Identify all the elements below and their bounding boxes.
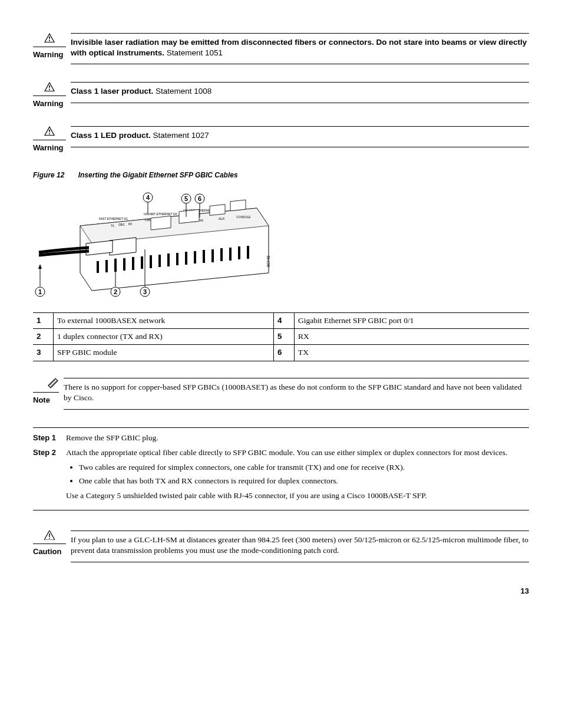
svg-marker-42 <box>110 238 136 255</box>
svg-point-73 <box>49 538 50 539</box>
warning-icon <box>33 126 66 140</box>
svg-text:CONSOLE: CONSOLE <box>236 215 251 219</box>
callout-desc: 1 duplex connector (TX and RX) <box>54 329 274 345</box>
table-row: 2 1 duplex connector (TX and RX) 5 RX <box>33 329 529 345</box>
svg-point-2 <box>49 40 50 41</box>
svg-text:3: 3 <box>143 288 147 295</box>
note-text: There is no support for copper-based SFP… <box>64 378 529 409</box>
svg-marker-49 <box>38 264 42 269</box>
svg-point-5 <box>49 89 50 90</box>
warning-bold-text: Class 1 LED product. <box>71 131 151 140</box>
figure-label: Figure 12 <box>33 171 64 179</box>
warning-label: Warning <box>33 50 66 60</box>
step-row: Step 1 Remove the SFP GBIC plug. <box>33 433 529 444</box>
warning-statement: Statement 1008 <box>153 87 211 95</box>
step-text: Remove the SFP GBIC plug. <box>66 433 529 444</box>
callout-number: 6 <box>274 345 295 361</box>
callout-number: 1 <box>33 313 54 329</box>
warning-statement: Statement 1051 <box>164 48 223 57</box>
svg-text:AUX: AUX <box>219 217 225 220</box>
caution-icon <box>33 531 66 545</box>
warning-body: Class 1 LED product. Statement 1027 <box>71 126 529 147</box>
figure-diagram: FAST ETHERNET 0/1 GIGABIT ETHERNET 0/0 G… <box>33 185 529 305</box>
note-label-column: Note <box>33 378 59 406</box>
warning-icon <box>33 82 66 96</box>
callout-desc: To external 1000BASEX network <box>54 313 274 329</box>
svg-text:2: 2 <box>114 288 117 295</box>
step-after: Use a Category 5 unshielded twisted pair… <box>66 490 529 502</box>
warning-label-column: Warning <box>33 126 66 153</box>
callout-number: 3 <box>33 345 54 361</box>
svg-text:RX: RX <box>200 219 203 222</box>
svg-point-8 <box>49 133 50 134</box>
svg-text:1: 1 <box>38 288 42 295</box>
note-icon <box>33 378 59 393</box>
svg-text:TX: TX <box>111 225 114 228</box>
svg-rect-44 <box>151 216 171 230</box>
warning-label-column: Warning <box>33 33 66 60</box>
svg-text:80749: 80749 <box>266 256 270 268</box>
svg-text:RX: RX <box>128 223 132 226</box>
caution-label-column: Caution <box>33 531 66 557</box>
svg-rect-47 <box>230 200 246 212</box>
svg-text:6: 6 <box>198 195 201 202</box>
svg-marker-43 <box>86 241 113 255</box>
list-item: Two cables are required for simplex conn… <box>79 462 529 473</box>
page-number: 13 <box>33 586 529 597</box>
caution-block: Caution If you plan to use a GLC-LH-SM a… <box>33 531 529 562</box>
svg-text:FAST ETHERNET 0/1: FAST ETHERNET 0/1 <box>99 217 128 220</box>
step-intro: Attach the appropriate optical fiber cab… <box>66 447 529 459</box>
warning-icon <box>33 33 66 47</box>
callout-desc: TX <box>295 345 529 361</box>
figure-title: Inserting the Gigabit Ethernet SFP GBIC … <box>78 171 238 179</box>
warning-body: Class 1 laser product. Statement 1008 <box>71 82 529 103</box>
warning-block: Warning Class 1 laser product. Statement… <box>33 82 529 108</box>
caution-label: Caution <box>33 546 66 557</box>
figure-caption: Figure 12 Inserting the Gigabit Ethernet… <box>33 170 529 180</box>
callout-number: 5 <box>274 329 295 345</box>
warning-body: Invisible laser radiation may be emitted… <box>71 33 529 64</box>
caution-body: If you plan to use a GLC-LH-SM at distan… <box>71 531 529 562</box>
callout-desc: Gigabit Ethernet SFP GBIC port 0/1 <box>295 313 529 329</box>
svg-text:GBIC: GBIC <box>118 223 125 226</box>
warning-bold-text: Class 1 laser product. <box>71 87 153 95</box>
svg-rect-45 <box>179 210 199 224</box>
step-bullet-list: Two cables are required for simplex conn… <box>66 462 529 487</box>
svg-text:GIGABIT ETHERNET 0/0: GIGABIT ETHERNET 0/0 <box>144 212 177 216</box>
step-row: Step 2 Attach the appropriate optical fi… <box>33 447 529 502</box>
note-label: Note <box>33 395 59 406</box>
svg-text:LINK: LINK <box>145 219 151 222</box>
list-item: One cable that has both TX and RX connec… <box>79 476 529 487</box>
note-block: Note There is no support for copper-base… <box>33 378 529 410</box>
step-label: Step 2 <box>33 447 66 458</box>
steps-section: Step 1 Remove the SFP GBIC plug. Step 2 … <box>33 427 529 510</box>
callout-table: 1 To external 1000BASEX network 4 Gigabi… <box>33 312 529 361</box>
svg-text:5: 5 <box>184 195 188 202</box>
callout-number: 2 <box>33 329 54 345</box>
warning-bold-text: Invisible laser radiation may be emitted… <box>71 38 527 57</box>
svg-text:4: 4 <box>146 194 150 201</box>
step-label: Step 1 <box>33 433 66 443</box>
warning-label-column: Warning <box>33 82 66 108</box>
table-row: 3 SFP GBIC module 6 TX <box>33 345 529 361</box>
warning-label: Warning <box>33 98 66 109</box>
svg-rect-46 <box>210 205 225 216</box>
callout-desc: RX <box>295 329 529 345</box>
callout-number: 4 <box>274 313 295 329</box>
warning-label: Warning <box>33 143 66 153</box>
warning-block: Warning Class 1 LED product. Statement 1… <box>33 126 529 153</box>
callout-desc: SFP GBIC module <box>54 345 274 361</box>
note-body: There is no support for copper-based SFP… <box>64 378 529 410</box>
warning-block: Warning Invisible laser radiation may be… <box>33 33 529 64</box>
warning-statement: Statement 1027 <box>151 131 209 140</box>
caution-text: If you plan to use a GLC-LH-SM at distan… <box>71 531 529 562</box>
svg-marker-68 <box>48 378 58 388</box>
table-row: 1 To external 1000BASEX network 4 Gigabi… <box>33 313 529 329</box>
step-body: Attach the appropriate optical fiber cab… <box>66 447 529 502</box>
